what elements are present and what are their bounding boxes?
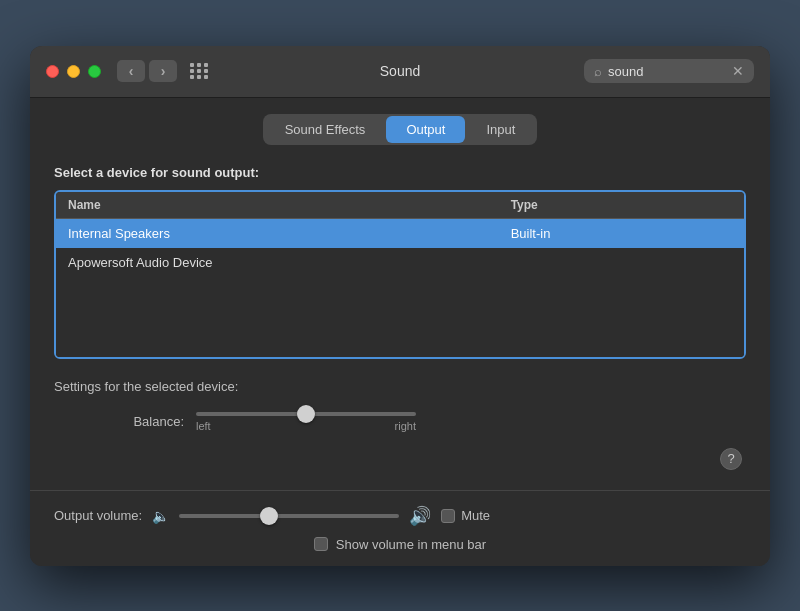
volume-label: Output volume: xyxy=(54,508,142,523)
main-window: ‹ › Sound ⌕ ✕ Sound Effects xyxy=(30,46,770,566)
device-table: Name Type Internal Speakers Built-in Apo… xyxy=(54,190,746,359)
device-name-0: Internal Speakers xyxy=(68,226,511,241)
window-title: Sound xyxy=(380,63,420,79)
balance-label: Balance: xyxy=(114,414,184,429)
tab-output[interactable]: Output xyxy=(386,116,465,143)
back-icon: ‹ xyxy=(129,63,134,79)
grid-icon xyxy=(190,63,209,79)
mute-label: Mute xyxy=(461,508,490,523)
maximize-button[interactable] xyxy=(88,65,101,78)
device-name-1: Apowersoft Audio Device xyxy=(68,255,511,270)
table-row[interactable]: Apowersoft Audio Device xyxy=(56,248,744,277)
help-button[interactable]: ? xyxy=(720,448,742,470)
balance-row: Balance: left right xyxy=(54,412,746,432)
col-name-header: Name xyxy=(68,198,511,212)
traffic-lights xyxy=(46,65,101,78)
forward-button[interactable]: › xyxy=(149,60,177,82)
col-type-header: Type xyxy=(511,198,732,212)
tabs: Sound Effects Output Input xyxy=(54,114,746,145)
table-body: Internal Speakers Built-in Apowersoft Au… xyxy=(56,219,744,357)
bottom-bar: Output volume: 🔈 🔊 Mute Show volume in m… xyxy=(30,490,770,566)
search-bar: ⌕ ✕ xyxy=(584,59,754,83)
forward-icon: › xyxy=(161,63,166,79)
minimize-button[interactable] xyxy=(67,65,80,78)
search-input[interactable] xyxy=(608,64,708,79)
balance-slider-labels: left right xyxy=(196,420,416,432)
back-button[interactable]: ‹ xyxy=(117,60,145,82)
settings-label: Settings for the selected device: xyxy=(54,379,746,394)
show-in-menu-bar-label: Show volume in menu bar xyxy=(336,537,486,552)
search-icon: ⌕ xyxy=(594,64,602,79)
output-volume-slider[interactable] xyxy=(179,514,399,518)
mute-checkbox[interactable] xyxy=(441,509,455,523)
grid-button[interactable] xyxy=(185,60,213,82)
volume-high-icon: 🔊 xyxy=(409,505,431,527)
table-row[interactable]: Internal Speakers Built-in xyxy=(56,219,744,248)
volume-row: Output volume: 🔈 🔊 Mute xyxy=(54,505,746,527)
balance-slider-container: left right xyxy=(196,412,416,432)
tab-input[interactable]: Input xyxy=(466,116,535,143)
menu-bar-row: Show volume in menu bar xyxy=(54,537,746,552)
volume-low-icon: 🔈 xyxy=(152,508,169,524)
section-label: Select a device for sound output: xyxy=(54,165,746,180)
table-header: Name Type xyxy=(56,192,744,219)
show-in-menu-bar-checkbox[interactable] xyxy=(314,537,328,551)
balance-slider[interactable] xyxy=(196,412,416,416)
search-clear-button[interactable]: ✕ xyxy=(732,63,744,79)
tab-sound-effects[interactable]: Sound Effects xyxy=(265,116,386,143)
device-type-0: Built-in xyxy=(511,226,732,241)
balance-right-label: right xyxy=(395,420,416,432)
balance-left-label: left xyxy=(196,420,211,432)
close-button[interactable] xyxy=(46,65,59,78)
table-empty-space xyxy=(56,277,744,357)
mute-checkbox-label[interactable]: Mute xyxy=(441,508,490,523)
tab-group: Sound Effects Output Input xyxy=(263,114,538,145)
content-area: Sound Effects Output Input Select a devi… xyxy=(30,98,770,490)
titlebar: ‹ › Sound ⌕ ✕ xyxy=(30,46,770,98)
nav-buttons: ‹ › xyxy=(117,60,177,82)
device-type-1 xyxy=(511,255,732,270)
